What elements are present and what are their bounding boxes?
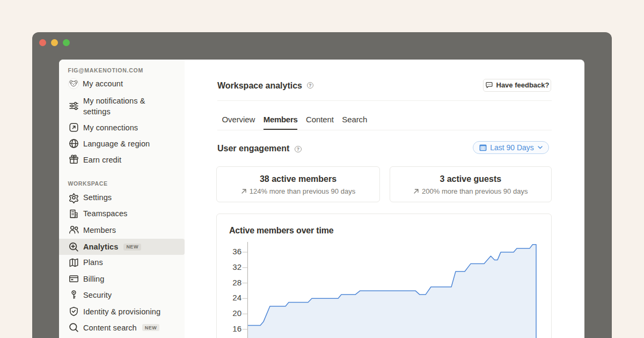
svg-text:32: 32 — [232, 262, 241, 271]
svg-text:36: 36 — [232, 247, 241, 256]
svg-text:16: 16 — [232, 324, 241, 333]
svg-text:24: 24 — [232, 293, 241, 302]
svg-text:20: 20 — [232, 308, 241, 318]
svg-text:28: 28 — [232, 278, 241, 287]
